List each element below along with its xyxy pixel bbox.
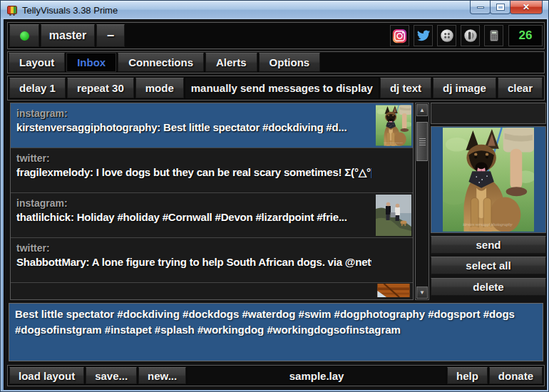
message-source: instagram: xyxy=(16,108,371,119)
minimize-icon xyxy=(477,6,484,9)
select-all-button[interactable]: select all xyxy=(431,257,546,274)
grip-icon xyxy=(419,145,426,145)
inbox-controls-bar: delay 1 repeat 30 mode manually send mes… xyxy=(7,76,545,100)
help-button[interactable]: help xyxy=(447,367,488,384)
delay-button[interactable]: delay 1 xyxy=(9,78,66,98)
twitter-button[interactable] xyxy=(414,25,433,46)
send-mode-status: manually send messages to display xyxy=(185,78,379,98)
tab-inbox[interactable]: Inbox xyxy=(66,53,116,72)
dj-image-button[interactable]: dj image xyxy=(433,78,496,98)
mode-button[interactable]: mode xyxy=(135,78,184,98)
send-button[interactable]: send xyxy=(431,236,546,254)
message-row[interactable]: twitter: fragilexmelody: I love dogs but… xyxy=(11,148,413,193)
holiday-photo-thumbnail xyxy=(376,195,411,236)
tab-alerts[interactable]: Alerts xyxy=(205,53,257,72)
dj-text-button[interactable]: dj text xyxy=(380,78,431,98)
message-text: kirstenversaggiphotography: Best little … xyxy=(16,121,371,133)
message-row[interactable]: instagram: thatlilchick: Holiday #holida… xyxy=(11,193,413,238)
tab-options[interactable]: Options xyxy=(259,53,321,72)
grip-icon xyxy=(419,140,426,141)
inbox-message-list: instagram: kirstenversaggiphotography: B… xyxy=(10,103,414,300)
minimize-button[interactable] xyxy=(470,1,491,14)
sms-service-button[interactable] xyxy=(484,25,503,46)
scroll-up-button[interactable]: ▲ xyxy=(416,104,428,116)
tab-connections[interactable]: Connections xyxy=(118,53,204,72)
title-bar[interactable]: TellyVisuals 3.38 Prime ✕ xyxy=(1,1,548,19)
message-row[interactable]: instagram: kirstenversaggiphotography: B… xyxy=(11,103,413,148)
message-text: thatlilchick: Holiday #holiday #Cornwall… xyxy=(16,211,371,223)
twitter-icon xyxy=(416,29,431,43)
instagram-button[interactable] xyxy=(390,25,409,46)
master-button[interactable]: master xyxy=(41,24,95,47)
maximize-button[interactable] xyxy=(490,1,510,14)
message-source: instagram: xyxy=(16,197,371,209)
grip-icon xyxy=(419,138,426,139)
preview-header-box xyxy=(431,103,546,124)
status-dot-icon xyxy=(20,31,29,41)
tab-layout[interactable]: Layout xyxy=(9,53,65,72)
top-toolbar: master − xyxy=(7,22,545,49)
wood-photo-thumbnail xyxy=(376,284,411,297)
message-source: twitter: xyxy=(16,242,371,254)
message-row[interactable]: twitter: ShabbottMary: A lone figure try… xyxy=(11,238,413,283)
message-text: ShabbottMary: A lone figure trying to he… xyxy=(16,256,371,268)
app-window: TellyVisuals 3.38 Prime ✕ master − xyxy=(0,0,549,392)
dog-photo-preview xyxy=(443,128,534,232)
footer-bar: load layout save... new... sample.lay he… xyxy=(7,365,545,386)
disc-icon xyxy=(463,29,478,43)
save-button[interactable]: save... xyxy=(86,367,137,384)
calculator-icon xyxy=(488,29,501,43)
repeat-button[interactable]: repeat 30 xyxy=(67,78,134,98)
window-title: TellyVisuals 3.38 Prime xyxy=(22,5,118,16)
message-source: twitter: xyxy=(16,153,371,164)
arrow-down-icon: ▼ xyxy=(419,289,425,296)
scrollbar-thumb[interactable] xyxy=(416,122,428,161)
delete-button[interactable]: delete xyxy=(431,278,546,296)
connection-status-button[interactable] xyxy=(9,24,39,47)
close-icon: ✕ xyxy=(523,3,530,11)
grip-icon xyxy=(419,143,426,143)
tab-bar: Layout Inbox Connections Alerts Options xyxy=(7,51,545,73)
list-scrollbar[interactable]: ▲ ▼ xyxy=(415,103,429,300)
load-layout-button[interactable]: load layout xyxy=(9,367,84,384)
main-content: master − xyxy=(4,19,547,390)
dog-photo-thumbnail xyxy=(376,105,411,146)
app-tv-icon xyxy=(6,5,18,16)
message-counter: 26 xyxy=(508,25,543,46)
donate-button[interactable]: donate xyxy=(489,367,543,384)
new-button[interactable]: new... xyxy=(138,367,186,384)
preview-panel: send select all delete xyxy=(431,103,546,300)
button-icon xyxy=(440,29,454,43)
arrow-up-icon: ▲ xyxy=(419,107,425,113)
message-row-partial[interactable] xyxy=(11,283,413,298)
message-text-editor[interactable]: Best little spectator #dockdiving #dockd… xyxy=(9,303,543,361)
clear-button[interactable]: clear xyxy=(498,78,543,98)
close-button[interactable]: ✕ xyxy=(510,1,543,14)
collapse-button[interactable]: − xyxy=(96,24,125,47)
layout-filename: sample.lay xyxy=(188,367,446,384)
button-service-button[interactable] xyxy=(437,25,456,46)
image-preview xyxy=(431,126,546,233)
scroll-down-button[interactable]: ▼ xyxy=(416,287,428,299)
window-controls: ✕ xyxy=(471,1,543,14)
message-text: fragilexmelody: I love dogs but they can… xyxy=(16,166,371,179)
instagram-icon xyxy=(392,29,407,43)
maximize-icon xyxy=(497,4,504,10)
disc-service-button[interactable] xyxy=(461,25,480,46)
